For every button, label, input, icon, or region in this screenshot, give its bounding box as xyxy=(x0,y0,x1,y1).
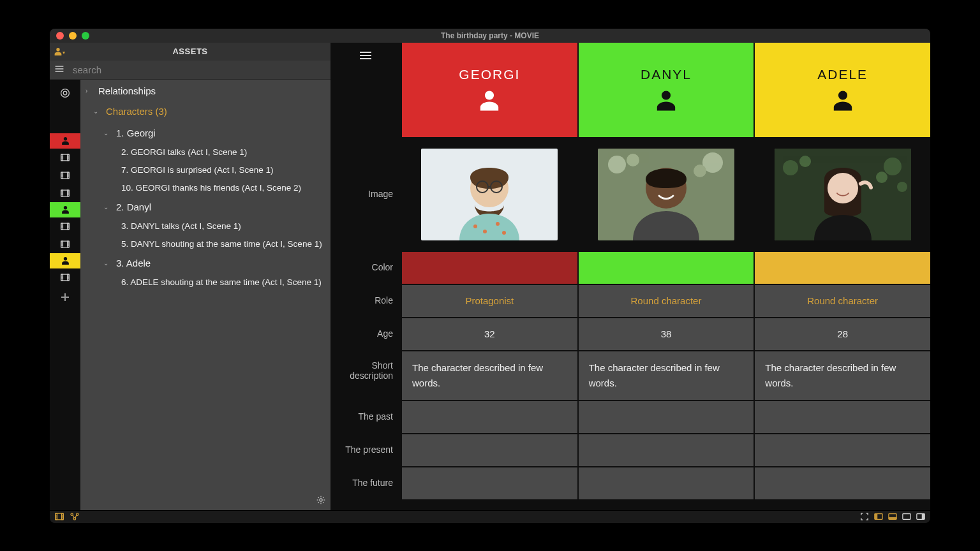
row-label-role: Role xyxy=(330,285,401,317)
row-label-present: The present xyxy=(330,434,401,466)
past-danyl[interactable] xyxy=(579,401,754,433)
comparison-grid: GEORGI DANYL ADELE Image xyxy=(330,43,930,499)
film-icon[interactable] xyxy=(50,149,80,166)
past-georgi[interactable] xyxy=(402,401,577,433)
svg-point-47 xyxy=(608,156,626,173)
tree-character-danyl[interactable]: ⌄ 2. Danyl xyxy=(80,197,330,217)
color-swatch-danyl[interactable] xyxy=(579,252,754,284)
image-cell-georgi[interactable] xyxy=(402,138,577,251)
tree-scene[interactable]: 7. GEORGI is surprised (Act I, Scene 1) xyxy=(80,161,330,179)
tree-label: Characters (3) xyxy=(106,106,167,117)
account-icon[interactable]: ▾ xyxy=(50,47,69,57)
age-value: 38 xyxy=(661,328,672,339)
desc-georgi[interactable]: The character described in few words. xyxy=(402,351,577,400)
tree-scene[interactable]: 2. GEORGI talks (Act I, Scene 1) xyxy=(80,143,330,161)
character-header-georgi[interactable]: GEORGI xyxy=(402,43,577,137)
tree-scene[interactable]: 10. GEORGI thanks his friends (Act I, Sc… xyxy=(80,179,330,197)
tree-label: 1. Georgi xyxy=(116,128,156,138)
tree-label: 6. ADELE shouting at the same time (Act … xyxy=(121,277,322,287)
color-swatch-adele[interactable] xyxy=(755,252,930,284)
window-title: The birthday party - MOVIE xyxy=(50,31,930,40)
svg-point-43 xyxy=(483,230,487,233)
rail-char-danyl[interactable] xyxy=(50,202,80,217)
role-value: Round character xyxy=(631,295,702,306)
character-header-danyl[interactable]: DANYL xyxy=(579,43,754,137)
svg-point-44 xyxy=(496,222,500,226)
character-name: ADELE xyxy=(817,67,868,82)
add-button[interactable] xyxy=(50,288,80,307)
menu-icon[interactable] xyxy=(50,64,69,75)
assets-sidebar: ▾ ASSETS xyxy=(50,43,330,510)
age-value: 32 xyxy=(484,328,495,339)
age-georgi[interactable]: 32 xyxy=(402,318,577,350)
svg-point-58 xyxy=(828,173,858,203)
rail-char-georgi[interactable] xyxy=(50,133,80,149)
rail-char-adele[interactable] xyxy=(50,253,80,268)
role-georgi[interactable]: Protagonist xyxy=(402,285,577,317)
close-window-button[interactable] xyxy=(56,32,64,40)
sidebar-search xyxy=(50,61,330,80)
graph-icon[interactable] xyxy=(70,512,79,521)
film-icon[interactable] xyxy=(50,268,80,286)
film-icon[interactable] xyxy=(50,184,80,202)
role-adele[interactable]: Round character xyxy=(755,285,930,317)
film-icon[interactable] xyxy=(50,217,80,235)
titlebar: The birthday party - MOVIE xyxy=(50,29,930,43)
svg-point-53 xyxy=(783,160,798,175)
present-danyl[interactable] xyxy=(579,434,754,466)
desc-adele[interactable]: The character described in few words. xyxy=(755,351,930,400)
panel-bottom-icon[interactable] xyxy=(888,512,897,521)
svg-point-45 xyxy=(502,231,506,235)
future-adele[interactable] xyxy=(755,467,930,499)
character-name: DANYL xyxy=(641,67,692,82)
panel-left-icon[interactable] xyxy=(874,512,883,521)
svg-point-48 xyxy=(627,154,639,166)
present-adele[interactable] xyxy=(755,434,930,466)
tree-scene[interactable]: 5. DANYL shouting at the same time (Act … xyxy=(80,235,330,253)
row-label-age: Age xyxy=(330,318,401,350)
sidebar-rail xyxy=(50,80,80,510)
tree-relationships[interactable]: › Relationships xyxy=(80,82,330,100)
future-georgi[interactable] xyxy=(402,467,577,499)
tree-character-georgi[interactable]: ⌄ 1. Georgi xyxy=(80,123,330,143)
age-danyl[interactable]: 38 xyxy=(579,318,754,350)
image-cell-danyl[interactable] xyxy=(579,138,754,251)
future-danyl[interactable] xyxy=(579,467,754,499)
panel-right-icon[interactable] xyxy=(916,512,925,521)
past-adele[interactable] xyxy=(755,401,930,433)
row-label-color: Color xyxy=(330,252,401,284)
tree-characters[interactable]: ⌄ Characters (3) xyxy=(80,100,330,123)
gear-icon[interactable] xyxy=(316,496,325,506)
color-swatch-georgi[interactable] xyxy=(402,252,577,284)
tree-character-adele[interactable]: ⌄ 3. Adele xyxy=(80,253,330,274)
film-icon[interactable] xyxy=(50,235,80,253)
tree-label: 5. DANYL shouting at the same time (Act … xyxy=(121,239,322,249)
desc-value: The character described in few words. xyxy=(765,360,920,391)
target-icon[interactable] xyxy=(50,82,80,104)
svg-point-56 xyxy=(876,172,887,183)
search-input[interactable] xyxy=(69,64,330,75)
tree-label: Relationships xyxy=(98,85,156,96)
row-label-shortdesc: Short description xyxy=(330,351,401,400)
tree-label: 2. Danyl xyxy=(116,202,151,212)
grid-menu-button[interactable] xyxy=(330,43,401,137)
desc-danyl[interactable]: The character described in few words. xyxy=(579,351,754,400)
svg-point-50 xyxy=(694,165,706,177)
tree-scene[interactable]: 3. DANYL talks (Act I, Scene 1) xyxy=(80,217,330,235)
menu-icon xyxy=(360,52,371,59)
chevron-down-icon: ⌄ xyxy=(93,108,102,115)
minimize-window-button[interactable] xyxy=(69,32,77,40)
role-danyl[interactable]: Round character xyxy=(579,285,754,317)
film-icon[interactable] xyxy=(50,166,80,184)
row-label-past: The past xyxy=(330,401,401,433)
film-icon[interactable] xyxy=(55,512,64,521)
fullscreen-icon[interactable] xyxy=(860,512,869,521)
zoom-window-button[interactable] xyxy=(82,32,89,40)
tree-scene[interactable]: 6. ADELE shouting at the same time (Act … xyxy=(80,274,330,291)
character-name: GEORGI xyxy=(459,67,520,82)
age-adele[interactable]: 28 xyxy=(755,318,930,350)
panel-icon[interactable] xyxy=(902,512,911,521)
present-georgi[interactable] xyxy=(402,434,577,466)
image-cell-adele[interactable] xyxy=(755,138,930,251)
character-header-adele[interactable]: ADELE xyxy=(755,43,930,137)
